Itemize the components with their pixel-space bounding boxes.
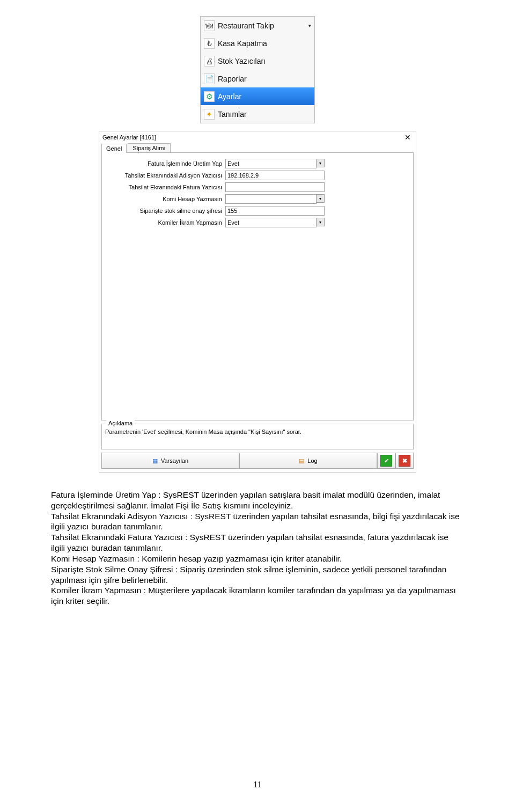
term: Komiler İkram Yapmasın :	[51, 586, 146, 595]
chevron-down-icon[interactable]: ▾	[316, 218, 325, 226]
menu-label: Kasa Kapatma	[218, 39, 267, 48]
field-row: Komiler İkram Yapmasın Evet ▾	[102, 217, 413, 228]
aciklama-fieldset: Açıklama Parametrenin 'Evet' seçilmesi, …	[101, 424, 414, 449]
field-label: Komiler İkram Yapmasın	[102, 219, 225, 226]
field-komiler-ikram[interactable]: Evet	[225, 218, 317, 227]
field-row: Fatura İşleminde Üretim Yap Evet ▾	[102, 158, 413, 169]
genel-ayarlar-dialog: Genel Ayarlar [4161] ✕ Genel Sipariş Alı…	[99, 131, 416, 473]
term: Siparişte Stok Silme Onay Şifresi :	[51, 565, 178, 574]
field-label: Tahsilat Ekranındaki Fatura Yazıcısı	[102, 184, 225, 190]
check-icon: ✔	[380, 455, 392, 467]
field-label: Fatura İşleminde Üretim Yap	[102, 160, 225, 167]
field-adisyon-yazici[interactable]	[225, 171, 325, 180]
cancel-button[interactable]: ✖	[395, 453, 414, 469]
printer-icon: 🖨	[204, 56, 215, 67]
grid-icon: ▦	[152, 457, 158, 464]
chevron-down-icon[interactable]: ▾	[316, 194, 325, 203]
term: Tahsilat Ekranındaki Fatura Yazıcısı :	[51, 533, 187, 542]
menu-label: Ayarlar	[218, 92, 241, 101]
tabstrip: Genel Sipariş Alımı	[99, 143, 416, 152]
document-body: Fatura İşleminde Üretim Yap : SysREST üz…	[51, 490, 464, 607]
page-number: 11	[0, 780, 515, 789]
field-komi-hesap[interactable]	[225, 194, 317, 204]
tab-siparis-alimi[interactable]: Sipariş Alımı	[128, 143, 170, 152]
menu-item-raporlar[interactable]: 📄 Raporlar	[201, 70, 314, 87]
button-label: Varsayılan	[161, 457, 188, 464]
menu-label: Stok Yazıcıları	[218, 57, 266, 65]
varsayilan-button[interactable]: ▦ Varsayılan	[101, 453, 239, 469]
menu-label: Tanımlar	[218, 110, 247, 119]
dialog-titlebar: Genel Ayarlar [4161] ✕	[99, 131, 416, 143]
definitions-icon: ✦	[204, 109, 215, 120]
field-row: Tahsilat Ekranındaki Fatura Yazıcısı	[102, 182, 413, 193]
settings-icon: ⚙	[204, 91, 215, 102]
menu-item-ayarlar[interactable]: ⚙ Ayarlar	[201, 87, 314, 105]
aciklama-text: Parametrenin 'Evet' seçilmesi, Kominin M…	[102, 424, 413, 449]
menu-label: Raporlar	[218, 75, 247, 83]
field-fatura-yazici[interactable]	[225, 182, 325, 192]
menu-item-restaurant[interactable]: 🍽 Restaurant Takip ▾	[201, 17, 314, 34]
menu-item-tanimlar[interactable]: ✦ Tanımlar	[201, 105, 314, 123]
term: Fatura İşleminde Üretim Yap :	[51, 490, 160, 499]
menu-label: Restaurant Takip	[218, 21, 274, 30]
term: Komi Hesap Yazmasın :	[51, 554, 139, 563]
log-button[interactable]: ▤ Log	[239, 453, 377, 469]
field-label: Komi Hesap Yazmasın	[102, 196, 225, 202]
button-label: Log	[307, 457, 317, 464]
reports-icon: 📄	[204, 73, 215, 84]
definition: Komilerin hesap yazıp yazmaması için kri…	[139, 554, 342, 563]
close-icon: ✖	[399, 455, 410, 467]
field-label: Siparişte stok silme onay şifresi	[102, 208, 225, 214]
app-menu: 🍽 Restaurant Takip ▾ ₺ Kasa Kapatma 🖨 St…	[200, 16, 315, 123]
field-row: Komi Hesap Yazmasın ▾	[102, 194, 413, 204]
log-icon: ▤	[299, 457, 304, 464]
tab-genel[interactable]: Genel	[101, 144, 127, 153]
chevron-down-icon: ▾	[308, 23, 311, 28]
field-fatura-uretim[interactable]: Evet	[225, 159, 317, 168]
field-row: Siparişte stok silme onay şifresi	[102, 205, 413, 216]
chevron-down-icon[interactable]: ▾	[316, 159, 325, 167]
field-label: Tahsilat Ekranındaki Adisyon Yazıcısı	[102, 172, 225, 179]
term: Tahsilat Ekranındaki Adisyon Yazıcısı :	[51, 512, 193, 521]
field-row: Tahsilat Ekranındaki Adisyon Yazıcısı	[102, 170, 413, 181]
menu-item-kasa[interactable]: ₺ Kasa Kapatma	[201, 34, 314, 52]
tabpanel-genel: Fatura İşleminde Üretim Yap Evet ▾ Tahsi…	[101, 152, 414, 420]
cash-icon: ₺	[204, 38, 215, 49]
field-onay-sifresi[interactable]	[225, 206, 325, 216]
dialog-title: Genel Ayarlar [4161]	[102, 134, 403, 141]
restaurant-icon: 🍽	[204, 20, 215, 31]
dialog-footer: ▦ Varsayılan ▤ Log ✔ ✖	[101, 453, 414, 469]
menu-item-yazicilar[interactable]: 🖨 Stok Yazıcıları	[201, 52, 314, 70]
close-icon[interactable]: ✕	[403, 134, 413, 141]
ok-button[interactable]: ✔	[377, 453, 395, 469]
aciklama-legend: Açıklama	[106, 420, 135, 426]
